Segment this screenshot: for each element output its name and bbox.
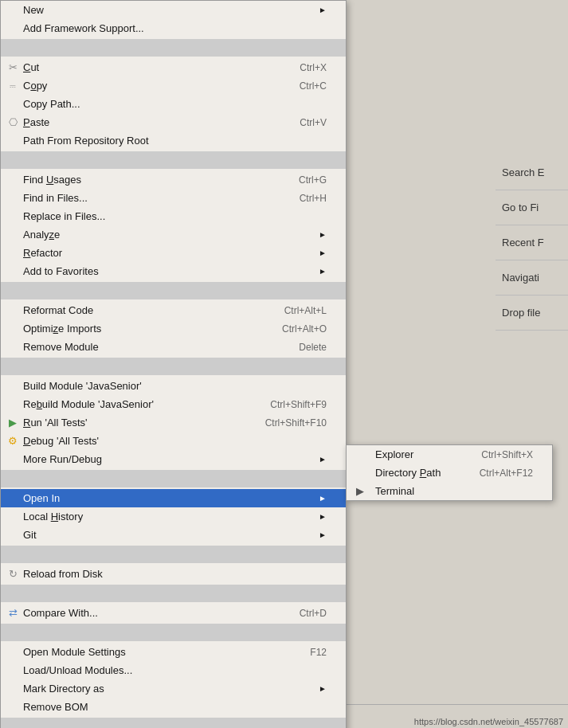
menu-item-find-usages-label: Find Usages: [23, 174, 275, 186]
menu-item-git[interactable]: Git ►: [1, 526, 346, 544]
right-panel-goto[interactable]: Go to Fi: [496, 190, 568, 225]
menu-item-cut-label: Cut: [23, 61, 276, 73]
menu-item-reformat-code[interactable]: Reformat Code Ctrl+Alt+L: [1, 301, 346, 319]
submenu-item-terminal[interactable]: ▶ Terminal: [347, 482, 552, 500]
menu-item-optimize-imports-shortcut: Ctrl+Alt+O: [282, 323, 327, 335]
menu-item-compare-with-shortcut: Ctrl+D: [300, 608, 327, 619]
right-panel: Search E Go to Fi Recent F Navigati Drop…: [496, 155, 568, 331]
separator-8: [1, 624, 346, 641]
submenu-item-explorer-label: Explorer: [375, 448, 457, 460]
submenu-item-directory-path-label: Directory Path: [375, 467, 456, 479]
menu-item-run-tests-shortcut: Ctrl+Shift+F10: [265, 417, 327, 429]
menu-item-rebuild-module-label: Rebuild Module 'JavaSenior': [23, 398, 246, 410]
menu-item-analyze[interactable]: Analyze ►: [1, 225, 346, 244]
menu-item-rebuild-module-shortcut: Ctrl+Shift+F9: [270, 399, 327, 410]
menu-item-remove-module[interactable]: Remove Module Delete: [1, 338, 346, 356]
menu-item-find-in-files[interactable]: Find in Files... Ctrl+H: [1, 189, 346, 207]
separator-4: [1, 358, 346, 375]
menu-item-path-from-repo-label: Path From Repository Root: [23, 135, 327, 147]
menu-item-compare-with-label: Compare With...: [23, 607, 276, 619]
menu-item-copy-path-label: Copy Path...: [23, 98, 327, 110]
menu-item-reformat-code-shortcut: Ctrl+Alt+L: [284, 305, 327, 316]
menu-item-remove-module-shortcut: Delete: [299, 342, 327, 353]
menu-item-cut-shortcut: Ctrl+X: [300, 62, 327, 73]
menu-item-paste-label: Paste: [23, 116, 276, 128]
menu-item-find-usages[interactable]: Find Usages Ctrl+G: [1, 170, 346, 189]
menu-item-optimize-imports[interactable]: Optimize Imports Ctrl+Alt+O: [1, 319, 346, 338]
menu-item-local-history[interactable]: Local History ►: [1, 507, 346, 526]
right-panel-navigation[interactable]: Navigati: [496, 260, 568, 296]
bottom-url: https://blog.csdn.net/weixin_45577687: [409, 715, 568, 728]
right-panel-recent[interactable]: Recent F: [496, 225, 568, 260]
submenu-item-directory-path-shortcut: Ctrl+Alt+F12: [480, 468, 533, 479]
menu-item-open-module-settings[interactable]: Open Module Settings F12: [1, 643, 346, 661]
menu-item-build-module[interactable]: Build Module 'JavaSenior': [1, 377, 346, 395]
menu-item-optimize-imports-label: Optimize Imports: [23, 323, 258, 335]
menu-item-new-arrow: ►: [319, 6, 327, 14]
menu-item-add-framework[interactable]: Add Framework Support...: [1, 19, 346, 37]
menu-item-replace-in-files-label: Replace in Files...: [23, 210, 327, 222]
menu-item-reload-from-disk[interactable]: ↻ Reload from Disk: [1, 565, 346, 583]
menu-item-copy-path[interactable]: Copy Path...: [1, 95, 346, 113]
menu-item-remove-bom-label: Remove BOM: [23, 701, 327, 713]
menu-item-remove-module-label: Remove Module: [23, 341, 275, 353]
menu-item-find-in-files-label: Find in Files...: [23, 192, 276, 204]
menu-item-mark-directory-as-arrow: ►: [319, 684, 327, 693]
menu-item-copy-label: Copy: [23, 80, 276, 92]
menu-item-add-to-favorites-arrow: ►: [319, 267, 327, 276]
menu-item-mark-directory-as[interactable]: Mark Directory as ►: [1, 679, 346, 698]
submenu-item-explorer[interactable]: Explorer Ctrl+Shift+X: [347, 445, 552, 464]
menu-item-git-arrow: ►: [319, 530, 327, 539]
menu-item-debug-tests[interactable]: ⚙ Debug 'All Tests': [1, 432, 346, 450]
menu-item-analyze-label: Analyze: [23, 229, 312, 241]
cut-icon: ✂: [6, 61, 20, 75]
paste-icon: ⎔: [6, 115, 20, 130]
menu-item-replace-in-files[interactable]: Replace in Files...: [1, 207, 346, 225]
menu-item-refactor-arrow: ►: [319, 249, 327, 257]
open-in-submenu: Explorer Ctrl+Shift+X Directory Path Ctr…: [346, 444, 553, 501]
menu-item-new[interactable]: New ►: [1, 1, 346, 19]
menu-item-find-usages-shortcut: Ctrl+G: [299, 174, 327, 186]
menu-item-remove-bom[interactable]: Remove BOM: [1, 698, 346, 716]
compare-icon: ⇄: [6, 606, 20, 620]
copy-icon: ⎓: [6, 79, 20, 93]
menu-item-more-run-debug-arrow: ►: [319, 455, 327, 464]
menu-item-run-tests-label: Run 'All Tests': [23, 417, 241, 429]
menu-item-more-run-debug[interactable]: More Run/Debug ►: [1, 450, 346, 468]
menu-item-copy-shortcut: Ctrl+C: [300, 80, 327, 92]
menu-item-paste[interactable]: ⎔ Paste Ctrl+V: [1, 113, 346, 131]
right-panel-search[interactable]: Search E: [496, 155, 568, 190]
menu-item-copy[interactable]: ⎓ Copy Ctrl+C: [1, 76, 346, 95]
menu-item-open-in[interactable]: Open In ►: [1, 489, 346, 507]
menu-item-cut[interactable]: ✂ Cut Ctrl+X: [1, 58, 346, 76]
menu-item-compare-with[interactable]: ⇄ Compare With... Ctrl+D: [1, 604, 346, 622]
menu-item-load-unload-modules-label: Load/Unload Modules...: [23, 664, 327, 676]
menu-item-rebuild-module[interactable]: Rebuild Module 'JavaSenior' Ctrl+Shift+F…: [1, 395, 346, 413]
menu-item-refactor[interactable]: Refactor ►: [1, 244, 346, 262]
menu-item-refactor-label: Refactor: [23, 247, 312, 259]
separator-1: [1, 39, 346, 57]
menu-item-open-module-settings-label: Open Module Settings: [23, 646, 286, 658]
menu-item-open-in-label: Open In: [23, 492, 312, 504]
submenu-item-explorer-shortcut: Ctrl+Shift+X: [481, 449, 533, 460]
right-panel-dropfiles[interactable]: Drop file: [496, 296, 568, 331]
menu-item-run-tests[interactable]: ▶ Run 'All Tests' Ctrl+Shift+F10: [1, 413, 346, 432]
run-icon: ▶: [6, 416, 20, 430]
submenu-item-directory-path[interactable]: Directory Path Ctrl+Alt+F12: [347, 464, 552, 482]
menu-item-open-module-settings-shortcut: F12: [310, 647, 327, 658]
menu-item-add-to-favorites-label: Add to Favorites: [23, 265, 312, 277]
separator-2: [1, 151, 346, 169]
submenu-item-terminal-label: Terminal: [375, 485, 533, 497]
separator-3: [1, 282, 346, 299]
menu-item-open-in-arrow: ►: [319, 494, 327, 503]
menu-item-mark-directory-as-label: Mark Directory as: [23, 683, 312, 695]
menu-item-add-to-favorites[interactable]: Add to Favorites ►: [1, 262, 346, 280]
debug-icon: ⚙: [6, 434, 20, 448]
reload-icon: ↻: [6, 567, 20, 581]
menu-item-debug-tests-label: Debug 'All Tests': [23, 435, 327, 447]
menu-item-load-unload-modules[interactable]: Load/Unload Modules...: [1, 661, 346, 679]
separator-7: [1, 585, 346, 602]
menu-item-build-module-label: Build Module 'JavaSenior': [23, 380, 327, 392]
menu-item-git-label: Git: [23, 529, 312, 541]
menu-item-path-from-repo[interactable]: Path From Repository Root: [1, 131, 346, 150]
